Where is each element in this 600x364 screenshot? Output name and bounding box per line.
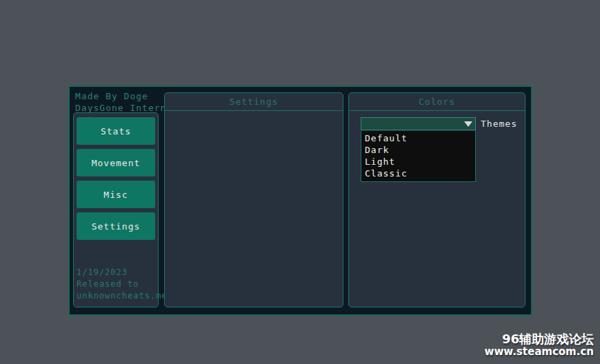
window-title: Made By Doge DaysGone Internal	[75, 90, 179, 114]
watermark: 96辅助游戏论坛 www.steamcom.cn	[485, 332, 594, 357]
watermark-forum-name: 96辅助游戏论坛	[485, 332, 594, 346]
themes-label: Themes	[481, 119, 517, 129]
sidebar-button-movement[interactable]: Movement	[77, 149, 155, 176]
theme-option-dark[interactable]: Dark	[361, 144, 475, 156]
sidebar-panel: Stats Movement Misc Settings 1/19/2023 R…	[73, 112, 159, 307]
trainer-window: Made By Doge DaysGone Internal Stats Mov…	[68, 85, 532, 316]
settings-panel-title: Settings	[165, 93, 343, 111]
dropdown-arrow-icon[interactable]	[464, 121, 472, 127]
sidebar-button-stack: Stats Movement Misc Settings	[74, 113, 158, 244]
sidebar-footer: 1/19/2023 Released to unknowncheats.me	[77, 267, 168, 302]
sidebar-button-stats[interactable]: Stats	[77, 117, 155, 145]
released-to-site: unknowncheats.me	[77, 290, 168, 302]
themes-dropdown-list: Default Dark Light Classic	[361, 131, 476, 182]
settings-panel: Settings	[164, 92, 343, 307]
theme-option-light[interactable]: Light	[361, 156, 475, 168]
theme-option-classic[interactable]: Classic	[361, 168, 475, 179]
theme-option-default[interactable]: Default	[361, 132, 475, 144]
title-author: Made By Doge	[75, 90, 179, 102]
sidebar-button-settings[interactable]: Settings	[77, 212, 155, 240]
released-to-label: Released to	[77, 279, 168, 290]
release-date: 1/19/2023	[77, 267, 168, 279]
themes-dropdown[interactable]	[361, 117, 476, 130]
colors-panel: Colors Themes Default Dark Light Classic	[348, 92, 526, 307]
sidebar-button-misc[interactable]: Misc	[77, 181, 155, 208]
colors-panel-title: Colors	[349, 93, 525, 111]
themes-combo-row: Themes	[361, 117, 517, 130]
watermark-site-url: www.steamcom.cn	[485, 346, 594, 358]
